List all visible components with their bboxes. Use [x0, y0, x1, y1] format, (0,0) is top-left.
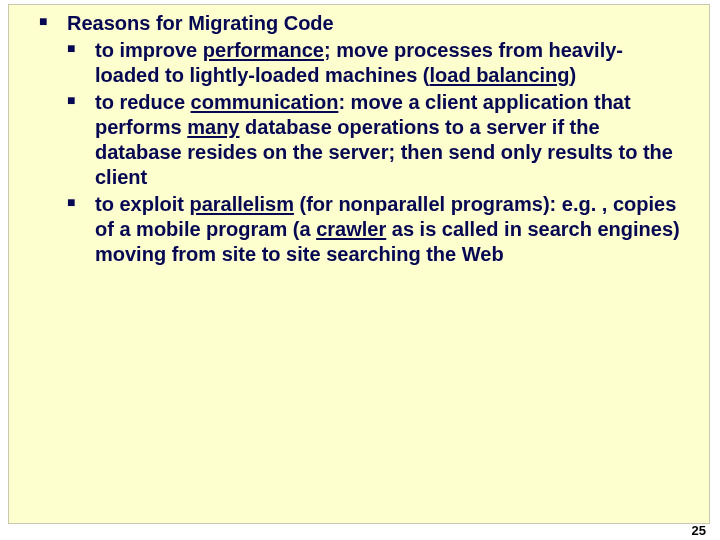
- text-run: to improve: [95, 39, 203, 61]
- text-run: to exploit: [95, 193, 189, 215]
- text-run: ): [570, 64, 577, 86]
- list-item-text: Reasons for Migrating Code: [67, 12, 334, 34]
- square-bullet-icon: ■: [67, 41, 81, 55]
- list-item-text: to reduce communication: move a client a…: [95, 91, 673, 188]
- list-item: ■ Reasons for Migrating Code: [39, 11, 687, 36]
- square-bullet-icon: ■: [39, 14, 53, 28]
- list-item: ■ to exploit parallelism (for nonparalle…: [39, 192, 687, 267]
- list-item: ■ to reduce communication: move a client…: [39, 90, 687, 190]
- text-run: Reasons for Migrating Code: [67, 12, 334, 34]
- slide: ■ Reasons for Migrating Code ■ to improv…: [0, 0, 720, 540]
- square-bullet-icon: ■: [67, 93, 81, 107]
- square-bullet-icon: ■: [67, 195, 81, 209]
- underlined-text: crawler: [316, 218, 386, 240]
- underlined-text: many: [187, 116, 239, 138]
- text-run: to reduce: [95, 91, 191, 113]
- list-item: ■ to improve performance; move processes…: [39, 38, 687, 88]
- underlined-text: parallelism: [189, 193, 294, 215]
- underlined-text: load balancing: [429, 64, 569, 86]
- list-item-text: to improve performance; move processes f…: [95, 39, 623, 86]
- underlined-text: performance: [203, 39, 324, 61]
- slide-content: ■ Reasons for Migrating Code ■ to improv…: [8, 4, 710, 524]
- list-item-text: to exploit parallelism (for nonparallel …: [95, 193, 680, 265]
- underlined-text: communication: [191, 91, 339, 113]
- page-number: 25: [692, 523, 706, 538]
